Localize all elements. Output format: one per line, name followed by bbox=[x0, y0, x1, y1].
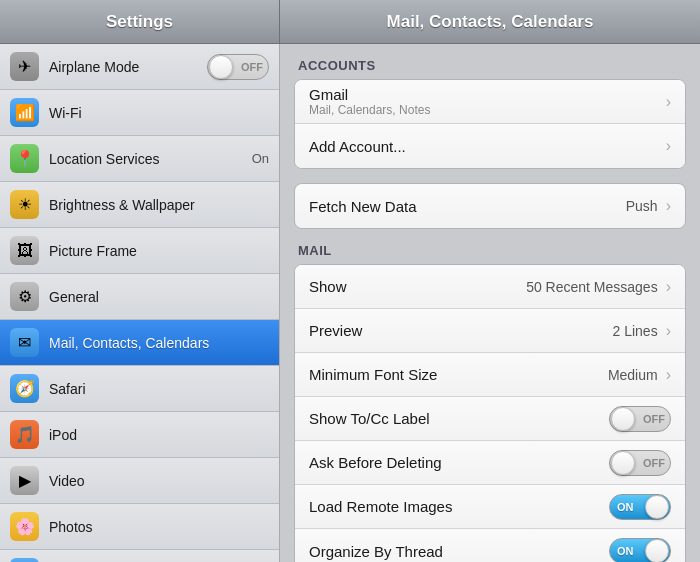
accounts-section-label: Accounts bbox=[294, 58, 686, 73]
fetch-label: Fetch New Data bbox=[309, 198, 626, 215]
brightness-icon: ☀ bbox=[10, 190, 39, 219]
mail-group: Show50 Recent Messages›Preview2 Lines›Mi… bbox=[294, 264, 686, 562]
gmail-name: Gmail bbox=[309, 86, 664, 103]
sidebar-label-mail: Mail, Contacts, Calendars bbox=[49, 335, 209, 351]
airplane-mode-toggle[interactable]: OFF bbox=[207, 54, 269, 80]
sidebar-item-wifi[interactable]: 📶Wi-Fi bbox=[0, 90, 279, 136]
ipod-icon: 🎵 bbox=[10, 420, 39, 449]
photos-icon: 🌸 bbox=[10, 512, 39, 541]
fetch-chevron: › bbox=[666, 197, 671, 215]
gmail-chevron: › bbox=[666, 93, 671, 111]
safari-icon: 🧭 bbox=[10, 374, 39, 403]
toggle-ask-delete[interactable]: OFF bbox=[609, 450, 671, 476]
sidebar-item-photos[interactable]: 🌸Photos bbox=[0, 504, 279, 550]
picture-frame-icon: 🖼 bbox=[10, 236, 39, 265]
wifi-icon: 📶 bbox=[10, 98, 39, 127]
mail-row-label-min-font: Minimum Font Size bbox=[309, 366, 608, 383]
sidebar-label-video: Video bbox=[49, 473, 85, 489]
fetch-group: Fetch New Data Push › bbox=[294, 183, 686, 229]
facetime-icon: 📷 bbox=[10, 558, 39, 562]
sidebar-label-picture-frame: Picture Frame bbox=[49, 243, 137, 259]
sidebar-label-airplane-mode: Airplane Mode bbox=[49, 59, 139, 75]
accounts-group: Gmail Mail, Calendars, Notes › Add Accou… bbox=[294, 79, 686, 169]
mail-row-chevron-preview: › bbox=[666, 322, 671, 340]
sidebar: ✈Airplane ModeOFF📶Wi-Fi📍Location Service… bbox=[0, 44, 280, 562]
mail-row-organize-thread[interactable]: Organize By ThreadON bbox=[295, 529, 685, 562]
sidebar-item-video[interactable]: ▶Video bbox=[0, 458, 279, 504]
mail-section-label: Mail bbox=[294, 243, 686, 258]
toggle-show-tocc[interactable]: OFF bbox=[609, 406, 671, 432]
mail-row-show-tocc[interactable]: Show To/Cc LabelOFF bbox=[295, 397, 685, 441]
gmail-sub: Mail, Calendars, Notes bbox=[309, 103, 664, 117]
sidebar-item-airplane-mode[interactable]: ✈Airplane ModeOFF bbox=[0, 44, 279, 90]
sidebar-label-brightness: Brightness & Wallpaper bbox=[49, 197, 195, 213]
mail-row-value-preview: 2 Lines bbox=[613, 323, 658, 339]
mail-row-label-organize-thread: Organize By Thread bbox=[309, 543, 609, 560]
sidebar-item-location-services[interactable]: 📍Location ServicesOn bbox=[0, 136, 279, 182]
gmail-row[interactable]: Gmail Mail, Calendars, Notes › bbox=[295, 80, 685, 124]
airplane-mode-icon: ✈ bbox=[10, 52, 39, 81]
sidebar-item-picture-frame[interactable]: 🖼Picture Frame bbox=[0, 228, 279, 274]
video-icon: ▶ bbox=[10, 466, 39, 495]
fetch-value: Push bbox=[626, 198, 658, 214]
mail-row-value-min-font: Medium bbox=[608, 367, 658, 383]
sidebar-item-safari[interactable]: 🧭Safari bbox=[0, 366, 279, 412]
mail-row-value-show: 50 Recent Messages bbox=[526, 279, 658, 295]
mail-row-ask-delete[interactable]: Ask Before DeletingOFF bbox=[295, 441, 685, 485]
right-panel: Accounts Gmail Mail, Calendars, Notes › … bbox=[280, 44, 700, 562]
mail-row-label-show: Show bbox=[309, 278, 526, 295]
toggle-organize-thread[interactable]: ON bbox=[609, 538, 671, 562]
general-icon: ⚙ bbox=[10, 282, 39, 311]
main-content: ✈Airplane ModeOFF📶Wi-Fi📍Location Service… bbox=[0, 44, 700, 562]
add-account-row[interactable]: Add Account... › bbox=[295, 124, 685, 168]
sidebar-item-facetime[interactable]: 📷FaceTime bbox=[0, 550, 279, 562]
mail-row-show[interactable]: Show50 Recent Messages› bbox=[295, 265, 685, 309]
settings-header-title: Settings bbox=[0, 0, 280, 43]
fetch-row[interactable]: Fetch New Data Push › bbox=[295, 184, 685, 228]
sidebar-label-photos: Photos bbox=[49, 519, 93, 535]
header-bar: Settings Mail, Contacts, Calendars bbox=[0, 0, 700, 44]
sidebar-label-ipod: iPod bbox=[49, 427, 77, 443]
mail-row-min-font[interactable]: Minimum Font SizeMedium› bbox=[295, 353, 685, 397]
sidebar-value-location-services: On bbox=[252, 151, 269, 166]
sidebar-item-brightness[interactable]: ☀Brightness & Wallpaper bbox=[0, 182, 279, 228]
toggle-load-images[interactable]: ON bbox=[609, 494, 671, 520]
add-account-label: Add Account... bbox=[309, 138, 664, 155]
sidebar-label-wifi: Wi-Fi bbox=[49, 105, 82, 121]
sidebar-item-ipod[interactable]: 🎵iPod bbox=[0, 412, 279, 458]
mail-row-preview[interactable]: Preview2 Lines› bbox=[295, 309, 685, 353]
mail-row-load-images[interactable]: Load Remote ImagesON bbox=[295, 485, 685, 529]
detail-header-title: Mail, Contacts, Calendars bbox=[280, 0, 700, 43]
mail-icon: ✉ bbox=[10, 328, 39, 357]
mail-row-label-show-tocc: Show To/Cc Label bbox=[309, 410, 609, 427]
sidebar-label-safari: Safari bbox=[49, 381, 86, 397]
mail-row-chevron-min-font: › bbox=[666, 366, 671, 384]
mail-row-label-preview: Preview bbox=[309, 322, 613, 339]
sidebar-label-general: General bbox=[49, 289, 99, 305]
sidebar-item-general[interactable]: ⚙General bbox=[0, 274, 279, 320]
mail-row-label-load-images: Load Remote Images bbox=[309, 498, 609, 515]
mail-row-chevron-show: › bbox=[666, 278, 671, 296]
add-account-chevron: › bbox=[666, 137, 671, 155]
location-services-icon: 📍 bbox=[10, 144, 39, 173]
mail-row-label-ask-delete: Ask Before Deleting bbox=[309, 454, 609, 471]
sidebar-label-location-services: Location Services bbox=[49, 151, 160, 167]
sidebar-item-mail[interactable]: ✉Mail, Contacts, Calendars bbox=[0, 320, 279, 366]
